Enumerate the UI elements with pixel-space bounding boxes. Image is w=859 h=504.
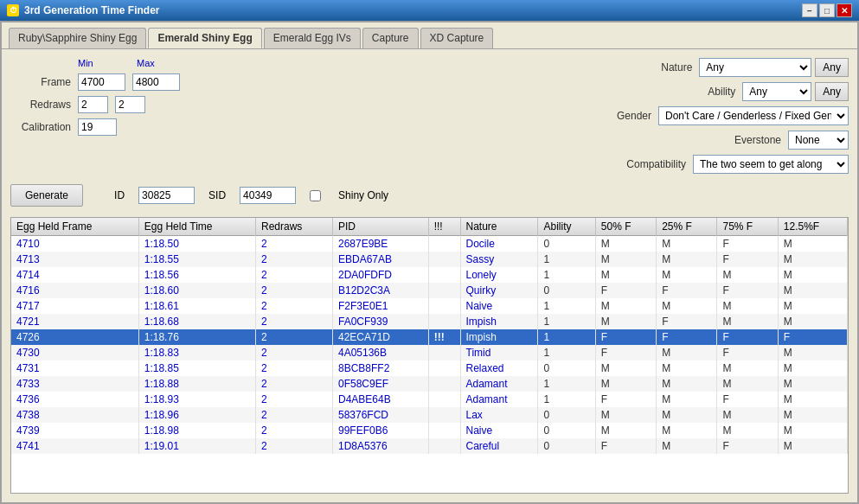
title-bar: ⏱ 3rd Generation Time Finder − □ ✕ [0,0,859,21]
main-window: Ruby\Sapphire Shiny Egg Emerald Shiny Eg… [0,21,859,504]
ability-row: Ability Any Any [197,82,849,101]
action-row: Generate ID SID Shiny Only [10,181,849,210]
shiny-only-label: Shiny Only [338,189,388,201]
calibration-label: Calibration [10,121,71,133]
table-row[interactable]: 47161:18.602B12D2C3AQuirky0FFFM [11,283,848,298]
ability-select[interactable]: Any [742,82,811,101]
results-table: Egg Held Frame Egg Held Time Redraws PID… [11,218,848,454]
frame-min-input[interactable] [78,73,125,91]
minimize-button[interactable]: − [802,3,817,17]
calibration-input[interactable] [78,118,117,136]
sid-label: SID [208,189,226,201]
compatibility-row: Compatibility The two seem to get along [197,155,849,174]
tab-capture[interactable]: Capture [362,28,419,48]
top-section: Min Max Frame Redraws Calibration [10,58,849,174]
table-row[interactable]: 47361:18.932D4ABE64BAdamant1FMFM [11,392,848,407]
table-row[interactable]: 47131:18.552EBDA67ABSassy1MMFM [11,252,848,267]
table-row[interactable]: 47171:18.612F2F3E0E1Naive1MMMM [11,298,848,314]
table-row[interactable]: 47331:18.8820F58C9EFAdamant1MMMM [11,376,848,392]
redraws-min-input[interactable] [78,96,108,113]
gender-row: Gender Don't Care / Genderless / Fixed G… [197,106,849,125]
window-controls: − □ ✕ [802,3,852,17]
nature-row: Nature Any Any [197,58,849,77]
close-button[interactable]: ✕ [837,3,852,17]
col-125f: 12.5%F [778,218,847,236]
col-25f: 25% F [657,218,717,236]
col-pid: PID [332,218,428,236]
col-ability: Ability [538,218,595,236]
table-row[interactable]: 47391:18.98299FEF0B6Naive0MMMM [11,423,848,438]
col-50f: 50% F [595,218,656,236]
redraws-row: Redraws [10,96,189,113]
maximize-button[interactable]: □ [819,3,835,17]
table-row[interactable]: 47311:18.8528BCB8FF2Relaxed0MMMM [11,360,848,376]
content-area: Min Max Frame Redraws Calibration [2,48,857,502]
gender-select[interactable]: Don't Care / Genderless / Fixed Gender [658,106,849,125]
tab-xd-capture[interactable]: XD Capture [420,28,494,48]
window-title: 3rd Generation Time Finder [24,4,159,16]
tab-emerald-shiny-egg[interactable]: Emerald Shiny Egg [148,28,261,48]
redraws-max-input[interactable] [115,96,145,113]
redraws-label: Redraws [10,99,71,111]
frame-max-input[interactable] [132,73,180,91]
min-header: Min [78,58,130,68]
gender-label: Gender [574,110,651,122]
frame-label: Frame [10,76,71,88]
results-table-container[interactable]: Egg Held Frame Egg Held Time Redraws PID… [10,217,849,494]
table-row[interactable]: 47301:18.8324A05136BTimid1FMFM [11,345,848,360]
col-75f: 75% F [717,218,778,236]
everstone-label: Everstone [703,134,781,146]
table-row[interactable]: 47381:18.96258376FCDLax0MMMM [11,407,848,423]
right-panel: Nature Any Any Ability Any Any Gender Do… [197,58,849,174]
col-nature: Nature [460,218,538,236]
ability-label: Ability [657,86,735,98]
nature-any-button[interactable]: Any [815,58,849,77]
nature-label: Nature [614,61,692,73]
shiny-only-checkbox[interactable] [310,190,321,201]
table-row[interactable]: 47411:19.0121D8A5376Careful0FMFM [11,438,848,454]
col-egg-held-frame: Egg Held Frame [11,218,138,236]
table-header-row: Egg Held Frame Egg Held Time Redraws PID… [11,218,848,236]
compatibility-select[interactable]: The two seem to get along [693,155,849,174]
app-icon: ⏱ [7,4,19,16]
tab-emerald-egg-ivs[interactable]: Emerald Egg IVs [264,28,361,48]
col-egg-held-time: Egg Held Time [138,218,255,236]
table-row[interactable]: 47101:18.5022687E9BEDocile0MMFM [11,236,848,252]
col-redraws: Redraws [255,218,332,236]
table-row[interactable]: 47211:18.682FA0CF939Impish1MFMM [11,314,848,329]
calibration-row: Calibration [10,118,189,136]
left-panel: Min Max Frame Redraws Calibration [10,58,189,174]
sid-input[interactable] [240,187,296,204]
everstone-row: Everstone None [197,131,849,150]
col-exclaim: !!! [428,218,460,236]
generate-button[interactable]: Generate [10,184,83,207]
tab-bar: Ruby\Sapphire Shiny Egg Emerald Shiny Eg… [2,22,857,48]
compatibility-label: Compatibility [608,158,686,170]
id-label: ID [114,189,125,201]
everstone-select[interactable]: None [788,131,849,150]
ability-any-button[interactable]: Any [815,82,849,101]
max-header: Max [137,58,189,68]
table-row[interactable]: 47141:18.5622DA0FDFDLonely1MMMM [11,267,848,283]
tab-ruby-sapphire[interactable]: Ruby\Sapphire Shiny Egg [9,28,146,48]
table-row[interactable]: 47261:18.76242ECA71D!!!Impish1FFFF [11,329,848,345]
id-input[interactable] [138,187,195,204]
nature-select[interactable]: Any [699,58,811,77]
frame-row: Frame [10,73,189,91]
